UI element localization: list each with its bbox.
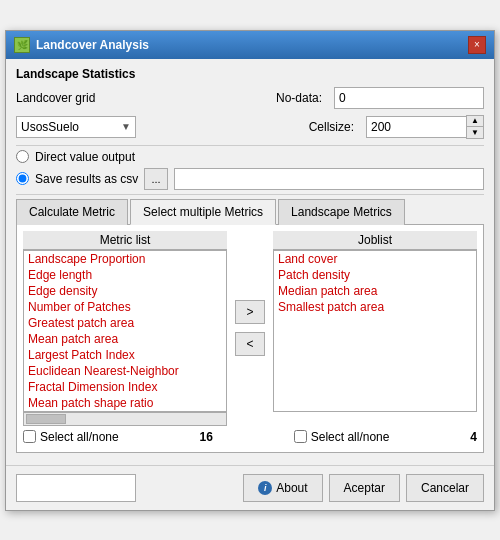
chevron-down-icon: ▼: [121, 121, 131, 132]
info-icon: i: [258, 481, 272, 495]
direct-output-radio[interactable]: [16, 150, 29, 163]
bottom-row: Select all/none 16 Select all/none 4: [23, 426, 477, 446]
move-left-button[interactable]: <: [235, 332, 265, 356]
list-item[interactable]: Median patch area: [274, 283, 476, 299]
app-icon: 🌿: [14, 37, 30, 53]
landcover-row: Landcover grid No-data:: [16, 87, 484, 109]
cellsize-label: Cellsize:: [309, 120, 354, 134]
select-all-right-row: Select all/none: [294, 430, 390, 444]
window-title: Landcover Analysis: [36, 38, 149, 52]
list-item[interactable]: Euclidean Nearest-Neighbor: [24, 363, 226, 379]
divider-1: [16, 145, 484, 146]
metric-list-box[interactable]: Landscape Proportion Edge length Edge de…: [23, 250, 227, 412]
cellsize-input[interactable]: [366, 116, 466, 138]
list-item[interactable]: Edge length: [24, 267, 226, 283]
list-item[interactable]: Greatest patch area: [24, 315, 226, 331]
tab-select-multiple-metrics[interactable]: Select multiple Metrics: [130, 199, 276, 225]
csv-path-input[interactable]: [174, 168, 484, 190]
list-item[interactable]: Fractal Dimension Index: [24, 379, 226, 395]
main-window: 🌿 Landcover Analysis × Landscape Statist…: [5, 30, 495, 511]
select-all-left-row: Select all/none: [23, 430, 119, 444]
joblist-header: Joblist: [273, 231, 477, 250]
content-area: Landscape Statistics Landcover grid No-d…: [6, 59, 494, 461]
right-count: 4: [470, 430, 477, 444]
nodata-input[interactable]: [334, 87, 484, 109]
about-button[interactable]: i About: [243, 474, 322, 502]
list-item[interactable]: Mean patch shape ratio: [24, 395, 226, 411]
save-csv-radio[interactable]: [16, 172, 29, 185]
joblist-container: Joblist Land cover Patch density Median …: [273, 231, 477, 426]
cancelar-button[interactable]: Cancelar: [406, 474, 484, 502]
aceptar-button[interactable]: Aceptar: [329, 474, 400, 502]
tab-calculate-metric[interactable]: Calculate Metric: [16, 199, 128, 225]
browse-button[interactable]: ...: [144, 168, 167, 190]
spin-up-button[interactable]: ▲: [467, 116, 483, 127]
arrow-buttons: > <: [231, 231, 269, 426]
metric-list-container: Metric list Landscape Proportion Edge le…: [23, 231, 227, 426]
titlebar-left: 🌿 Landcover Analysis: [14, 37, 149, 53]
save-csv-label: Save results as csv: [35, 172, 138, 186]
section-label: Landscape Statistics: [16, 67, 484, 81]
tab-landscape-metrics[interactable]: Landscape Metrics: [278, 199, 405, 225]
list-item[interactable]: Mean patch area: [24, 331, 226, 347]
tabs-container: Calculate Metric Select multiple Metrics…: [16, 199, 484, 225]
select-all-left-label: Select all/none: [40, 430, 119, 444]
left-count: 16: [200, 430, 213, 444]
titlebar: 🌿 Landcover Analysis ×: [6, 31, 494, 59]
spacer: [273, 412, 477, 426]
list-item[interactable]: Number of Patches: [24, 299, 226, 315]
cellsize-wrap: ▲ ▼: [366, 115, 484, 139]
metrics-area: Metric list Landscape Proportion Edge le…: [23, 231, 477, 426]
footer: i About Aceptar Cancelar: [6, 465, 494, 510]
spin-buttons: ▲ ▼: [466, 115, 484, 139]
nodata-label: No-data:: [276, 91, 322, 105]
list-item[interactable]: Patch density: [274, 267, 476, 283]
direct-output-row: Direct value output: [16, 150, 484, 164]
close-button[interactable]: ×: [468, 36, 486, 54]
spin-down-button[interactable]: ▼: [467, 127, 483, 138]
dropdown-row: UsosSuelo ▼ Cellsize: ▲ ▼: [16, 115, 484, 139]
dropdown-value: UsosSuelo: [21, 120, 79, 134]
tab-content: Metric list Landscape Proportion Edge le…: [16, 224, 484, 453]
list-item[interactable]: Largest Patch Index: [24, 347, 226, 363]
select-all-right-label: Select all/none: [311, 430, 390, 444]
list-item[interactable]: Edge density: [24, 283, 226, 299]
list-item[interactable]: Land cover: [274, 251, 476, 267]
footer-input[interactable]: [16, 474, 136, 502]
direct-output-label: Direct value output: [35, 150, 135, 164]
footer-buttons: i About Aceptar Cancelar: [243, 474, 484, 502]
select-all-right-checkbox[interactable]: [294, 430, 307, 443]
move-right-button[interactable]: >: [235, 300, 265, 324]
divider-2: [16, 194, 484, 195]
landcover-dropdown[interactable]: UsosSuelo ▼: [16, 116, 136, 138]
metric-list-header: Metric list: [23, 231, 227, 250]
horizontal-scrollbar[interactable]: [23, 412, 227, 426]
select-all-left-checkbox[interactable]: [23, 430, 36, 443]
scrollbar-thumb[interactable]: [26, 414, 66, 424]
save-csv-row: Save results as csv ...: [16, 168, 484, 190]
landcover-label: Landcover grid: [16, 91, 96, 105]
joblist-box[interactable]: Land cover Patch density Median patch ar…: [273, 250, 477, 412]
list-item[interactable]: Landscape Proportion: [24, 251, 226, 267]
list-item[interactable]: Smallest patch area: [274, 299, 476, 315]
